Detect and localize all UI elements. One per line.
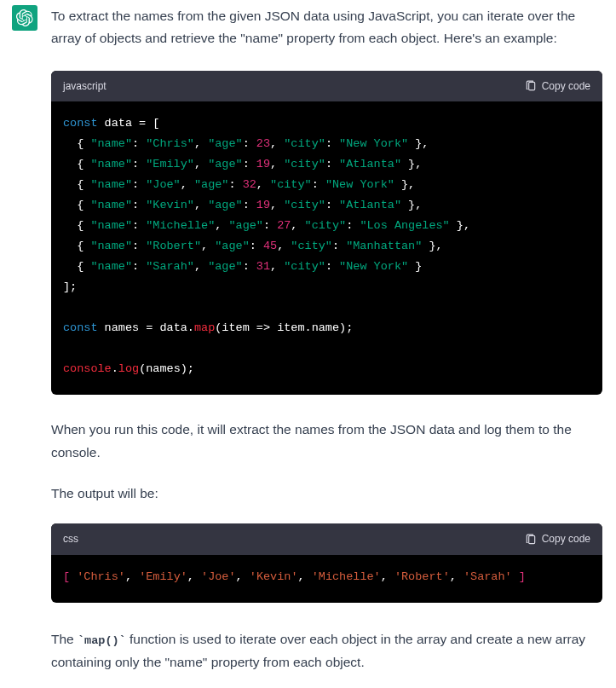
code-language-label: css	[63, 530, 78, 548]
explanation-paragraph-1: When you run this code, it will extract …	[51, 419, 602, 464]
assistant-message: To extract the names from the given JSON…	[12, 5, 602, 674]
inline-code-map: `map()`	[78, 634, 126, 647]
explanation-paragraph-2: The output will be:	[51, 483, 602, 505]
copy-code-label: Copy code	[542, 530, 590, 548]
final-paragraph: The `map()` function is used to iterate …	[51, 628, 602, 674]
intro-paragraph: To extract the names from the given JSON…	[51, 5, 602, 50]
copy-code-button[interactable]: Copy code	[525, 78, 590, 95]
copy-code-button[interactable]: Copy code	[525, 530, 590, 548]
code-block-1-header: javascript Copy code	[51, 71, 602, 101]
clipboard-icon	[525, 534, 537, 546]
assistant-avatar	[12, 5, 37, 31]
copy-code-label: Copy code	[542, 78, 590, 95]
code-language-label: javascript	[63, 78, 107, 95]
final-paragraph-pre: The	[51, 632, 78, 646]
svg-rect-0	[528, 83, 534, 90]
code-block-2-header: css Copy code	[51, 523, 602, 554]
assistant-message-content: To extract the names from the given JSON…	[51, 5, 602, 674]
code-block-2-content[interactable]: [ 'Chris', 'Emily', 'Joe', 'Kevin', 'Mic…	[51, 555, 602, 603]
openai-logo-icon	[16, 9, 33, 26]
svg-rect-1	[528, 535, 534, 543]
code-block-1-content[interactable]: const data = [ { "name": "Chris", "age":…	[51, 101, 602, 395]
clipboard-icon	[525, 80, 537, 92]
code-block-1: javascript Copy code const data = [ { "n…	[51, 71, 602, 396]
code-block-2: css Copy code [ 'Chris', 'Emily', 'Joe',…	[51, 523, 602, 602]
final-paragraph-post: function is used to iterate over each ob…	[51, 632, 585, 669]
